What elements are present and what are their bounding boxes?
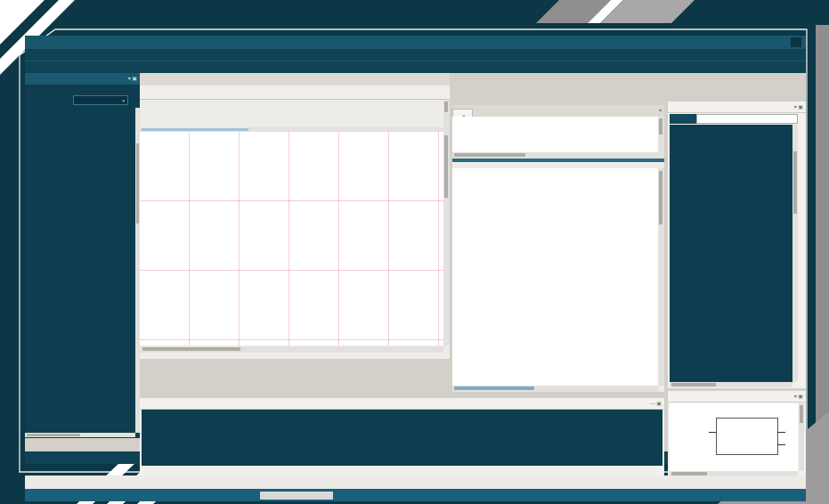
table-vertical-scrollbar[interactable] bbox=[443, 100, 450, 132]
component-library-panel: ▾ ▣ bbox=[668, 102, 806, 388]
body-editor[interactable] bbox=[452, 168, 658, 386]
robot-type-dropdown[interactable]: ▾ bbox=[73, 95, 128, 105]
output-panel: — ▣ bbox=[140, 398, 664, 476]
error-parser-tab-strip: × ▾ bbox=[452, 105, 664, 117]
tree-horizontal-scrollbar[interactable] bbox=[25, 433, 135, 437]
search-button[interactable] bbox=[670, 114, 696, 124]
ladder-diagram bbox=[140, 132, 443, 345]
preview-wire bbox=[777, 432, 785, 433]
output-header: — ▣ bbox=[140, 398, 664, 410]
minimize-icon[interactable]: — ▣ bbox=[650, 398, 662, 410]
preview-vscroll[interactable] bbox=[799, 403, 804, 471]
error-parser-panel: × ▾ bbox=[452, 105, 664, 392]
ladder-vertical-scrollbar[interactable] bbox=[443, 132, 450, 345]
chevron-down-icon[interactable]: ▾ bbox=[659, 105, 662, 117]
declaration-hscroll[interactable] bbox=[452, 152, 658, 159]
preview-block bbox=[716, 418, 778, 455]
variable-toolbar bbox=[140, 85, 450, 100]
status-bar bbox=[25, 489, 806, 501]
bottom-band bbox=[25, 476, 806, 489]
body-vscroll[interactable] bbox=[658, 168, 664, 386]
component-preview-header: ▾ ▣ bbox=[668, 391, 806, 402]
declaration-vscroll[interactable] bbox=[658, 117, 664, 159]
menu-bar bbox=[25, 49, 806, 61]
library-vscroll[interactable] bbox=[792, 125, 798, 382]
preview-wire bbox=[777, 444, 785, 445]
panel-pin-icon[interactable]: ▾ ▣ bbox=[794, 102, 803, 113]
output-console bbox=[142, 410, 662, 466]
preview-wire bbox=[709, 432, 716, 433]
body-hscroll[interactable] bbox=[452, 386, 658, 392]
solution-explorer-header: ▾ ▣ bbox=[25, 73, 140, 85]
application-window: ▾ ▣ ▾ × ▾ bbox=[25, 36, 806, 464]
search-input[interactable] bbox=[696, 114, 798, 124]
component-list bbox=[670, 125, 792, 382]
panel-pin-icon[interactable]: ▾ ▣ bbox=[128, 73, 137, 85]
ladder-editor-panel bbox=[140, 73, 450, 359]
panel-pin-icon[interactable]: ▾ ▣ bbox=[794, 391, 803, 402]
ladder-horizontal-scrollbar[interactable] bbox=[140, 346, 443, 353]
library-hscroll[interactable] bbox=[670, 382, 792, 387]
title-bar bbox=[25, 36, 806, 49]
editor-tab-strip bbox=[140, 73, 450, 85]
component-preview-canvas bbox=[670, 403, 798, 471]
main-toolbar bbox=[25, 61, 806, 73]
chevron-down-icon: ▾ bbox=[122, 96, 125, 106]
component-preview-panel: ▾ ▣ bbox=[668, 391, 806, 477]
workspace: ▾ ▣ ▾ × ▾ bbox=[25, 73, 806, 451]
window-controls[interactable] bbox=[791, 37, 801, 47]
progress-bar bbox=[260, 492, 333, 500]
project-tree bbox=[25, 108, 135, 433]
slide-canvas: ▾ ▣ ▾ × ▾ bbox=[0, 0, 829, 504]
editor-splitter-shadow bbox=[452, 162, 664, 168]
component-library-header: ▾ ▣ bbox=[668, 102, 806, 113]
solution-explorer-panel: ▾ ▣ ▾ bbox=[25, 73, 140, 438]
